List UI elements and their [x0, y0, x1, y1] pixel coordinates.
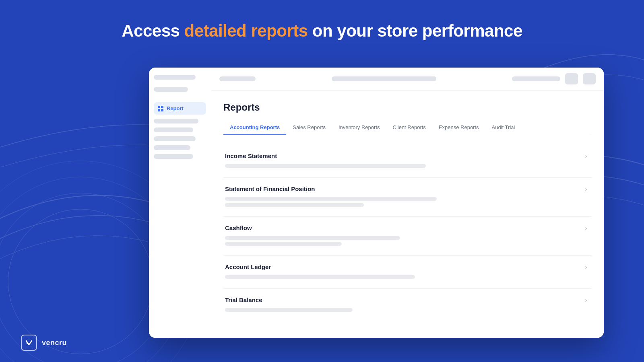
- sidebar-skeleton-4: [154, 136, 196, 141]
- sidebar-item-report[interactable]: Report: [154, 102, 206, 115]
- sidebar-skeleton-2: [154, 119, 198, 123]
- report-item-cashflow[interactable]: Cashflow ›: [223, 217, 592, 256]
- topbar-skeleton-filter: [512, 76, 560, 81]
- report-item-cashflow-header: Cashflow ›: [225, 224, 590, 232]
- sidebar-item-report-label: Report: [167, 105, 184, 111]
- sidebar-skeleton-top: [154, 75, 196, 80]
- sidebar-skeleton-1: [154, 87, 188, 92]
- tab-accounting-reports[interactable]: Accounting Reports: [223, 120, 286, 135]
- report-item-financial-position-header: Statement of Financial Position ›: [225, 185, 590, 193]
- report-list: Income Statement › Statement of Financia…: [223, 145, 592, 321]
- tab-client-reports[interactable]: Client Reports: [386, 120, 432, 135]
- report-item-trial-balance-header: Trial Balance ›: [225, 296, 590, 304]
- financial-position-skeleton-1: [225, 197, 437, 201]
- report-item-financial-position-name: Statement of Financial Position: [225, 185, 315, 192]
- chevron-icon-account-ledger: ›: [582, 263, 590, 271]
- sidebar-skeleton-5: [154, 145, 190, 150]
- top-bar: [211, 68, 604, 90]
- chevron-icon-income-statement: ›: [582, 152, 590, 160]
- tab-sales-reports[interactable]: Sales Reports: [286, 120, 332, 135]
- report-item-income-statement[interactable]: Income Statement ›: [223, 145, 592, 178]
- report-item-trial-balance[interactable]: Trial Balance ›: [223, 289, 592, 321]
- topbar-btn-1[interactable]: [565, 73, 578, 84]
- report-item-trial-balance-name: Trial Balance: [225, 296, 262, 303]
- report-item-account-ledger-name: Account Ledger: [225, 263, 271, 270]
- vencru-logo-hexagon: [21, 335, 37, 351]
- cashflow-skeleton-1: [225, 236, 400, 240]
- chevron-icon-cashflow: ›: [582, 224, 590, 232]
- topbar-btn-2[interactable]: [583, 73, 596, 84]
- sidebar: Report: [149, 68, 211, 338]
- income-statement-skeleton: [225, 164, 426, 168]
- account-ledger-skeleton: [225, 275, 415, 279]
- chevron-icon-financial-position: ›: [582, 185, 590, 193]
- grid-icon: [158, 106, 163, 111]
- branding: vencru: [21, 335, 67, 351]
- vencru-logo-icon: [25, 338, 33, 347]
- reports-page-title: Reports: [223, 102, 592, 113]
- report-item-cashflow-name: Cashflow: [225, 224, 252, 231]
- hero-title-accent: detailed reports: [184, 21, 308, 40]
- report-item-income-statement-name: Income Statement: [225, 152, 277, 159]
- tab-audit-trial[interactable]: Audit Trial: [485, 120, 522, 135]
- sidebar-skeleton-6: [154, 154, 193, 159]
- hero-title-start: Access: [122, 21, 184, 40]
- report-item-financial-position[interactable]: Statement of Financial Position ›: [223, 178, 592, 217]
- app-window: Report Reports Accounting Reports Sales …: [149, 68, 604, 338]
- topbar-skeleton-logo: [219, 76, 256, 81]
- hero-title: Access detailed reports on your store pe…: [0, 21, 644, 41]
- financial-position-skeleton-2: [225, 203, 364, 207]
- report-item-account-ledger[interactable]: Account Ledger ›: [223, 256, 592, 289]
- sidebar-skeleton-3: [154, 128, 193, 132]
- report-item-income-statement-header: Income Statement ›: [225, 152, 590, 160]
- trial-balance-skeleton: [225, 308, 353, 312]
- cashflow-skeleton-2: [225, 242, 342, 246]
- main-content: Reports Accounting Reports Sales Reports…: [211, 68, 604, 338]
- reports-area: Reports Accounting Reports Sales Reports…: [211, 90, 604, 338]
- reports-tabs: Accounting Reports Sales Reports Invento…: [223, 120, 592, 135]
- tab-expense-reports[interactable]: Expense Reports: [432, 120, 485, 135]
- hero-title-end: on your store performance: [308, 21, 522, 40]
- svg-point-0: [8, 209, 153, 354]
- report-item-account-ledger-header: Account Ledger ›: [225, 263, 590, 271]
- tab-inventory-reports[interactable]: Inventory Reports: [332, 120, 386, 135]
- chevron-icon-trial-balance: ›: [582, 296, 590, 304]
- branding-name: vencru: [42, 339, 67, 347]
- topbar-skeleton-search: [332, 76, 436, 81]
